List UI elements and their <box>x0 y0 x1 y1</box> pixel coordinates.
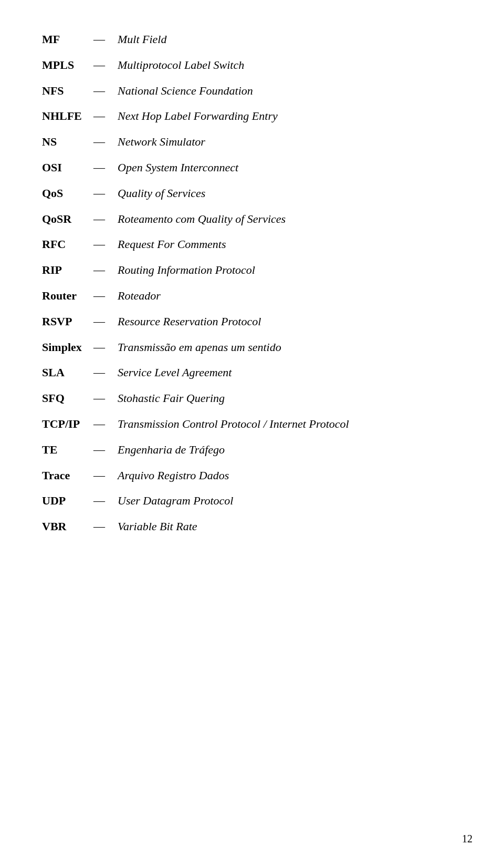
acronym-dash: — <box>93 468 113 484</box>
list-item: SFQ—Stohastic Fair Quering <box>42 390 462 407</box>
acronym-dash: — <box>93 134 113 150</box>
acronym-definition: Next Hop Label Forwarding Entry <box>118 108 278 125</box>
list-item: RSVP—Resource Reservation Protocol <box>42 314 462 330</box>
acronym-definition: Roteador <box>118 288 161 304</box>
acronym-abbreviation: NS <box>42 134 89 150</box>
acronym-definition: Transmissão em apenas um sentido <box>118 339 281 356</box>
acronym-dash: — <box>93 442 113 458</box>
list-item: MF—Mult Field <box>42 32 462 48</box>
list-item: TE—Engenharia de Tráfego <box>42 442 462 458</box>
acronym-list: MF—Mult FieldMPLS—Multiprotocol Label Sw… <box>42 32 462 535</box>
acronym-dash: — <box>93 288 113 304</box>
list-item: TCP/IP—Transmission Control Protocol / I… <box>42 416 462 432</box>
acronym-definition: Service Level Agreement <box>118 365 232 381</box>
acronym-dash: — <box>93 185 113 202</box>
list-item: QoSR—Roteamento com Quality of Services <box>42 211 462 228</box>
list-item: Simplex—Transmissão em apenas um sentido <box>42 339 462 356</box>
acronym-abbreviation: UDP <box>42 493 89 509</box>
acronym-definition: Roteamento com Quality of Services <box>118 211 286 228</box>
acronym-definition: National Science Foundation <box>118 83 253 99</box>
list-item: UDP—User Datagram Protocol <box>42 493 462 509</box>
list-item: NHLFE—Next Hop Label Forwarding Entry <box>42 108 462 125</box>
acronym-dash: — <box>93 339 113 356</box>
acronym-definition: Quality of Services <box>118 185 205 202</box>
acronym-abbreviation: TE <box>42 442 89 458</box>
list-item: Router—Roteador <box>42 288 462 304</box>
acronym-dash: — <box>93 211 113 228</box>
acronym-definition: Network Simulator <box>118 134 205 150</box>
list-item: VBR—Variable Bit Rate <box>42 519 462 535</box>
acronym-dash: — <box>93 83 113 99</box>
list-item: NFS—National Science Foundation <box>42 83 462 99</box>
acronym-definition: Engenharia de Tráfego <box>118 442 225 458</box>
acronym-definition: Request For Comments <box>118 236 226 253</box>
acronym-abbreviation: RFC <box>42 236 89 253</box>
list-item: OSI—Open System Interconnect <box>42 160 462 176</box>
acronym-abbreviation: NFS <box>42 83 89 99</box>
acronym-abbreviation: OSI <box>42 160 89 176</box>
acronym-abbreviation: Trace <box>42 468 89 484</box>
list-item: SLA—Service Level Agreement <box>42 365 462 381</box>
acronym-definition: Variable Bit Rate <box>118 519 197 535</box>
acronym-dash: — <box>93 57 113 74</box>
acronym-abbreviation: RSVP <box>42 314 89 330</box>
acronym-abbreviation: Simplex <box>42 339 89 356</box>
page-number: 12 <box>462 833 472 845</box>
acronym-abbreviation: QoS <box>42 185 89 202</box>
acronym-dash: — <box>93 108 113 125</box>
acronym-abbreviation: QoSR <box>42 211 89 228</box>
acronym-definition: Arquivo Registro Dados <box>118 468 229 484</box>
acronym-dash: — <box>93 416 113 432</box>
acronym-dash: — <box>93 32 113 48</box>
acronym-abbreviation: TCP/IP <box>42 416 89 432</box>
list-item: QoS—Quality of Services <box>42 185 462 202</box>
acronym-definition: Open System Interconnect <box>118 160 238 176</box>
list-item: NS—Network Simulator <box>42 134 462 150</box>
acronym-dash: — <box>93 519 113 535</box>
acronym-abbreviation: VBR <box>42 519 89 535</box>
acronym-dash: — <box>93 262 113 279</box>
list-item: RIP—Routing Information Protocol <box>42 262 462 279</box>
acronym-abbreviation: NHLFE <box>42 108 89 125</box>
acronym-dash: — <box>93 160 113 176</box>
acronym-dash: — <box>93 236 113 253</box>
acronym-dash: — <box>93 365 113 381</box>
acronym-definition: Mult Field <box>118 32 166 48</box>
list-item: Trace—Arquivo Registro Dados <box>42 468 462 484</box>
acronym-dash: — <box>93 390 113 407</box>
acronym-abbreviation: Router <box>42 288 89 304</box>
acronym-abbreviation: SFQ <box>42 390 89 407</box>
acronym-abbreviation: MPLS <box>42 57 89 74</box>
acronym-abbreviation: RIP <box>42 262 89 279</box>
acronym-definition: Transmission Control Protocol / Internet… <box>118 416 349 432</box>
acronym-dash: — <box>93 314 113 330</box>
acronym-definition: Multiprotocol Label Switch <box>118 57 244 74</box>
acronym-abbreviation: MF <box>42 32 89 48</box>
list-item: MPLS—Multiprotocol Label Switch <box>42 57 462 74</box>
acronym-definition: User Datagram Protocol <box>118 493 233 509</box>
acronym-definition: Routing Information Protocol <box>118 262 255 279</box>
acronym-definition: Resource Reservation Protocol <box>118 314 261 330</box>
acronym-abbreviation: SLA <box>42 365 89 381</box>
acronym-definition: Stohastic Fair Quering <box>118 390 225 407</box>
acronym-dash: — <box>93 493 113 509</box>
list-item: RFC—Request For Comments <box>42 236 462 253</box>
